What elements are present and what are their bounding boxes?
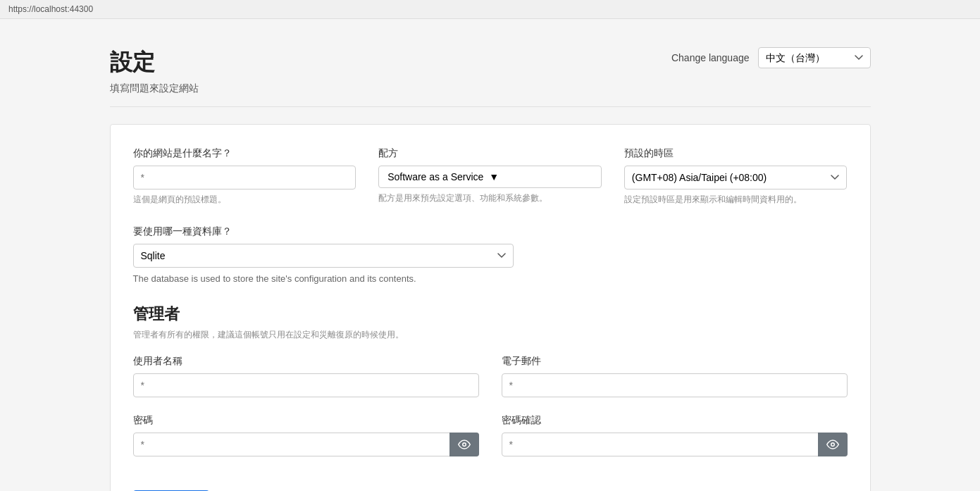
eye-confirm-icon [826,438,839,451]
language-select[interactable]: 中文（台灣）English日本語 [758,47,871,68]
toggle-password-confirm-button[interactable] [818,433,848,456]
recipe-hint: 配方是用來預先設定選項、功能和系統參數。 [378,192,602,204]
recipe-label: 配方 [378,147,602,160]
email-group: 電子郵件 [502,355,848,397]
browser-address-bar: https://localhost:44300 [0,0,980,19]
email-input[interactable] [502,373,848,397]
database-hint: The database is used to store the site's… [133,273,514,284]
page-subtitle: 填寫問題來設定網站 [110,82,199,95]
recipe-value: Software as a Service [387,171,483,182]
timezone-group: 預設的時區 (GMT+08) Asia/Taipei (+08:00)(GMT+… [624,147,848,206]
svg-point-0 [462,443,466,447]
eye-icon [458,438,471,451]
site-name-input[interactable] [133,166,356,189]
divider [110,106,871,107]
recipe-dropdown-button[interactable]: Software as a Service ▼ [378,166,602,188]
password-wrapper [133,433,479,456]
database-group: 要使用哪一種資料庫？ SqlitePostgreSQLMySQL The dat… [133,225,514,284]
password-confirm-group: 密碼確認 [502,414,848,456]
timezone-select[interactable]: (GMT+08) Asia/Taipei (+08:00)(GMT+00) UT… [624,166,848,189]
password-confirm-wrapper [502,433,848,456]
site-name-hint: 這個是網頁的預設標題。 [133,194,356,206]
password-group: 密碼 [133,414,479,456]
username-group: 使用者名稱 [133,355,479,397]
database-row: 要使用哪一種資料庫？ SqlitePostgreSQLMySQL The dat… [133,225,848,284]
username-email-row: 使用者名稱 電子郵件 [133,355,848,397]
browser-url: https://localhost:44300 [8,4,93,14]
recipe-chevron-icon: ▼ [489,171,499,182]
admin-section-title: 管理者 [133,304,848,325]
password-label: 密碼 [133,414,479,427]
password-confirm-input[interactable] [502,433,848,456]
database-label: 要使用哪一種資料庫？ [133,225,514,238]
username-input[interactable] [133,373,479,397]
admin-section-hint: 管理者有所有的權限，建議這個帳號只用在設定和災離復原的時候使用。 [133,329,848,341]
admin-section: 管理者 管理者有所有的權限，建議這個帳號只用在設定和災離復原的時候使用。 使用者… [133,304,848,456]
site-name-group: 你的網站是什麼名字？ 這個是網頁的預設標題。 [133,147,356,206]
page-title: 設定 [110,47,199,78]
username-label: 使用者名稱 [133,355,479,368]
email-label: 電子郵件 [502,355,848,368]
password-confirm-label: 密碼確認 [502,414,848,427]
password-row: 密碼 密碼確認 [133,414,848,456]
language-label: Change language [671,52,750,63]
form-section: 你的網站是什麼名字？ 這個是網頁的預設標題。 配方 Software as a … [110,124,871,491]
svg-point-1 [831,443,834,447]
recipe-group: 配方 Software as a Service ▼ 配方是用來預先設定選項、功… [378,147,602,206]
toggle-password-button[interactable] [449,433,479,456]
timezone-hint: 設定預設時區是用來顯示和編輯時間資料用的。 [624,194,848,206]
database-select[interactable]: SqlitePostgreSQLMySQL [133,244,514,268]
password-input[interactable] [133,433,479,456]
site-name-label: 你的網站是什麼名字？ [133,147,356,160]
timezone-label: 預設的時區 [624,147,848,160]
